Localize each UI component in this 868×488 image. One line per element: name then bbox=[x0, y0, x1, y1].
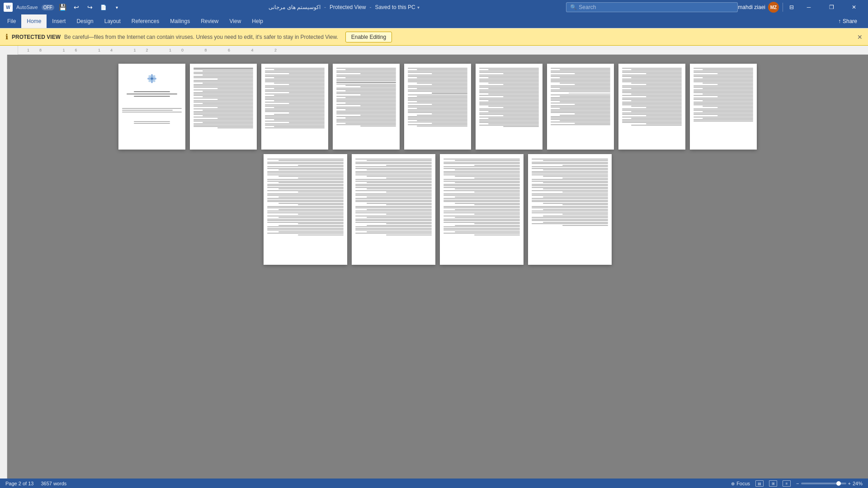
page-5-content bbox=[404, 64, 471, 131]
web-layout-view[interactable]: ⊞ bbox=[769, 480, 777, 487]
document-page-1[interactable] bbox=[118, 64, 185, 150]
page-9-content bbox=[690, 64, 757, 126]
share-label: Share bbox=[843, 18, 857, 24]
tab-references[interactable]: References bbox=[126, 14, 165, 28]
save-button[interactable]: 💾 bbox=[58, 2, 68, 12]
title-page-footer bbox=[122, 120, 182, 125]
customize-qat-button[interactable]: ▾ bbox=[112, 2, 122, 12]
tab-mailings[interactable]: Mailings bbox=[165, 14, 195, 28]
horizontal-ruler: 18 16 14 12 10 8 6 4 2 bbox=[18, 46, 868, 55]
tab-layout[interactable]: Layout bbox=[99, 14, 126, 28]
document-title: اکوسیستم های مرجانی bbox=[269, 4, 321, 10]
title-separator: - bbox=[324, 4, 326, 10]
page-8-content bbox=[618, 64, 685, 130]
focus-icon: ⊕ bbox=[731, 481, 735, 486]
page-2-content bbox=[190, 64, 257, 132]
ruler-area: 18 16 14 12 10 8 6 4 2 bbox=[0, 46, 868, 55]
vertical-ruler bbox=[0, 55, 7, 479]
tab-help[interactable]: Help bbox=[246, 14, 269, 28]
document-page-11[interactable] bbox=[352, 154, 435, 265]
tab-design[interactable]: Design bbox=[71, 14, 99, 28]
document-page-2[interactable] bbox=[190, 64, 257, 150]
title-page-body bbox=[122, 107, 182, 113]
document-page-9[interactable] bbox=[690, 64, 757, 150]
protected-message: Be careful—files from the Internet can c… bbox=[64, 34, 338, 40]
document-page-13[interactable] bbox=[528, 154, 612, 265]
divider bbox=[783, 3, 783, 12]
highlight-line bbox=[569, 93, 610, 94]
tab-view[interactable]: View bbox=[224, 14, 247, 28]
app-icon: W bbox=[4, 3, 13, 12]
page-7-content bbox=[547, 64, 614, 129]
zoom-thumb bbox=[836, 481, 841, 486]
print-layout-view[interactable]: ▤ bbox=[755, 480, 764, 487]
title-page-lines bbox=[122, 90, 182, 98]
title-bar-right: mahdi ziaei MZ ⊟ ─ ❐ ✕ bbox=[738, 0, 864, 14]
zoom-controls: − + 24% bbox=[796, 481, 863, 486]
main-area bbox=[0, 55, 868, 479]
page-row-2 bbox=[264, 154, 612, 265]
document-page-4[interactable] bbox=[333, 64, 400, 150]
title-page-logo bbox=[146, 72, 157, 85]
title-bar-search-area: 🔍 bbox=[566, 2, 738, 12]
status-bar-right: ⊕ Focus ▤ ⊞ ≡ − + 24% bbox=[731, 480, 863, 487]
title-bar: W AutoSave OFF 💾 ↩ ↪ 📄 ▾ اکوسیستم های مر… bbox=[0, 0, 868, 14]
search-input[interactable] bbox=[579, 4, 734, 10]
document-page-12[interactable] bbox=[440, 154, 524, 265]
page-3-content bbox=[261, 64, 328, 132]
restore-button[interactable]: ❐ bbox=[821, 0, 842, 14]
title-bar-center: اکوسیستم های مرجانی - Protected View - S… bbox=[122, 4, 566, 10]
focus-label: Focus bbox=[736, 481, 750, 486]
tab-insert[interactable]: Insert bbox=[47, 14, 71, 28]
document-page-5[interactable] bbox=[404, 64, 471, 150]
status-bar: Page 2 of 13 3657 words ⊕ Focus ▤ ⊞ ≡ − … bbox=[0, 479, 868, 488]
ribbon: File Home Insert Design Layout Reference… bbox=[0, 14, 868, 28]
outline-view[interactable]: ≡ bbox=[783, 480, 791, 487]
enable-editing-button[interactable]: Enable Editing bbox=[345, 32, 392, 42]
redo-button[interactable]: ↪ bbox=[85, 2, 95, 12]
focus-mode[interactable]: ⊕ Focus bbox=[731, 481, 750, 486]
share-button[interactable]: ↑ Share bbox=[833, 16, 863, 26]
zoom-minus-button[interactable]: − bbox=[796, 481, 799, 486]
title-separator2: - bbox=[369, 4, 371, 10]
tab-file[interactable]: File bbox=[2, 14, 21, 28]
document-page-3[interactable] bbox=[261, 64, 328, 150]
autosave-label: AutoSave bbox=[16, 5, 38, 10]
tab-home[interactable]: Home bbox=[21, 14, 47, 28]
title-page-content bbox=[118, 64, 185, 128]
avatar: MZ bbox=[768, 2, 779, 13]
info-icon: ℹ bbox=[5, 33, 8, 41]
zoom-level: 24% bbox=[853, 481, 863, 486]
zoom-slider[interactable] bbox=[801, 483, 846, 484]
search-bar[interactable]: 🔍 bbox=[566, 2, 738, 12]
user-name: mahdi ziaei bbox=[738, 4, 765, 10]
protected-view-bar: ℹ PROTECTED VIEW Be careful—files from t… bbox=[0, 28, 868, 46]
saved-status-dropdown[interactable]: ▾ bbox=[417, 5, 420, 10]
tab-review[interactable]: Review bbox=[195, 14, 224, 28]
close-button[interactable]: ✕ bbox=[844, 0, 864, 14]
minimize-button[interactable]: ─ bbox=[798, 0, 819, 14]
search-icon: 🔍 bbox=[570, 4, 577, 10]
autosave-toggle[interactable]: OFF bbox=[42, 5, 54, 10]
page-13-content bbox=[528, 154, 612, 230]
new-doc-button[interactable]: 📄 bbox=[99, 2, 108, 12]
document-area[interactable] bbox=[7, 55, 868, 479]
flower-logo bbox=[146, 73, 157, 84]
user-info: mahdi ziaei MZ bbox=[738, 2, 779, 13]
ruler-marks: 18 16 14 12 10 8 6 4 2 bbox=[27, 48, 287, 52]
document-page-7[interactable] bbox=[547, 64, 614, 150]
document-page-10[interactable] bbox=[264, 154, 347, 265]
close-bar-button[interactable]: ✕ bbox=[857, 33, 863, 41]
ruler-corner bbox=[0, 46, 18, 55]
page-11-content bbox=[352, 154, 435, 239]
document-page-6[interactable] bbox=[476, 64, 542, 150]
page-row-1 bbox=[118, 64, 757, 150]
zoom-plus-button[interactable]: + bbox=[848, 481, 851, 486]
view-mode-label: Protected View bbox=[330, 4, 366, 10]
saved-status: Saved to this PC bbox=[375, 4, 415, 10]
undo-button[interactable]: ↩ bbox=[71, 2, 81, 12]
protected-label: PROTECTED VIEW bbox=[12, 34, 61, 40]
ribbon-display-button[interactable]: ⊟ bbox=[787, 2, 797, 12]
page-6-content bbox=[476, 64, 542, 131]
document-page-8[interactable] bbox=[618, 64, 685, 150]
